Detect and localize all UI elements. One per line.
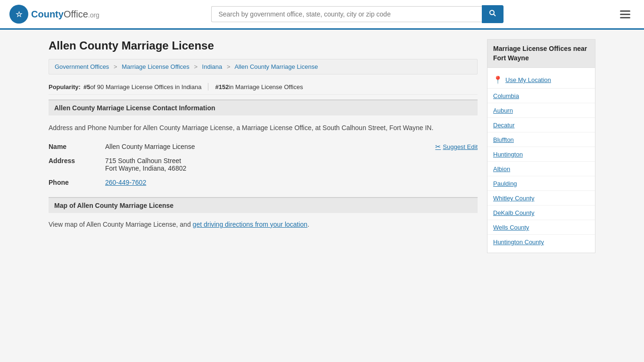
svg-point-2 [490,10,494,15]
sidebar-link-wells-county-anchor[interactable]: Wells County [493,224,529,231]
use-my-location-link[interactable]: Use My Location [505,76,551,83]
page-title: Allen County Marriage License [49,39,478,52]
address-value-cell: 715 South Calhoun Street Fort Wayne, Ind… [105,154,478,175]
sidebar-link-albion: Albion [487,162,595,176]
sidebar-use-location: 📍 Use My Location [487,72,595,89]
map-section-header: Map of Allen County Marriage License [49,197,478,213]
map-description: View map of Allen County Marriage Licens… [49,218,478,235]
contact-details-table: Name Allen County Marriage License ✂ Sug… [49,140,478,189]
map-directions-link[interactable]: get driving directions from your locatio… [193,221,308,228]
popularity-divider [208,83,208,90]
sidebar-link-decatur: Decatur [487,118,595,132]
breadcrumb: Government Offices > Marriage License Of… [49,59,478,74]
content-area: Allen County Marriage License Government… [49,39,478,253]
address-label: Address [49,154,105,175]
suggest-edit-icon: ✂ [435,143,441,150]
breadcrumb-sep-3: > [227,63,231,70]
popularity-label: Popularity: [49,83,81,90]
breadcrumb-sep-2: > [194,63,198,70]
suggest-edit-link[interactable]: ✂ Suggest Edit [435,143,478,150]
suggest-edit-label: Suggest Edit [443,143,478,150]
hamburger-icon [619,8,631,20]
name-row: Name Allen County Marriage License ✂ Sug… [49,140,478,154]
sidebar-link-albion-anchor[interactable]: Albion [493,165,510,173]
main-container: Allen County Marriage License Government… [39,30,605,263]
popularity-rank1-bold: #5 [83,83,90,90]
phone-value-cell: 260-449-7602 [105,175,478,189]
name-with-suggest-edit: Allen County Marriage License ✂ Suggest … [105,143,478,150]
sidebar-link-huntington-anchor[interactable]: Huntington [493,151,523,158]
map-description-end: . [307,221,309,228]
sidebar-links-list: 📍 Use My Location Columbia Auburn Decatu… [487,68,595,253]
breadcrumb-marriage-license-offices[interactable]: Marriage License Offices [122,63,190,70]
sidebar-link-decatur-anchor[interactable]: Decatur [493,122,515,129]
sidebar-link-auburn-anchor[interactable]: Auburn [493,107,513,114]
sidebar-link-dekalb-county-anchor[interactable]: DeKalb County [493,209,534,216]
phone-label: Phone [49,175,105,189]
popularity-rank2-text: in Marriage License Offices [229,83,303,90]
location-pin-icon: 📍 [493,75,503,84]
svg-text:☆: ☆ [16,10,23,18]
address-line1: 715 South Calhoun Street [105,157,478,165]
sidebar-link-auburn: Auburn [487,103,595,118]
sidebar-link-huntington-county: Huntington County [487,235,595,249]
popularity-rank1-text: of 90 Marriage License Offices in Indian… [90,83,201,90]
contact-description: Address and Phone Number for Allen Count… [49,120,478,140]
breadcrumb-indiana[interactable]: Indiana [202,63,223,70]
logo-icon: ☆ [9,5,28,24]
name-value: Allen County Marriage License [105,143,195,150]
sidebar-link-huntington-county-anchor[interactable]: Huntington County [493,239,544,246]
address-line2: Fort Wayne, Indiana, 46802 [105,165,478,172]
name-label: Name [49,140,105,154]
phone-row: Phone 260-449-7602 [49,175,478,189]
hamburger-menu-button[interactable] [616,7,635,22]
search-button[interactable] [482,5,504,23]
search-bar [211,5,504,23]
sidebar-link-columbia-anchor[interactable]: Columbia [493,92,519,99]
sidebar-link-whitley-county: Whitley County [487,191,595,206]
svg-line-3 [494,14,495,16]
phone-link[interactable]: 260-449-7602 [105,179,146,186]
sidebar-link-dekalb-county: DeKalb County [487,206,595,220]
sidebar-link-paulding: Paulding [487,176,595,191]
breadcrumb-sep-1: > [114,63,117,70]
sidebar-link-bluffton-anchor[interactable]: Bluffton [493,136,514,143]
sidebar-link-wells-county: Wells County [487,220,595,235]
sidebar-title: Marriage License Offices near Fort Wayne [487,40,595,68]
sidebar-link-columbia: Columbia [487,89,595,103]
site-header: ☆ CountyOffice.org [0,0,644,30]
sidebar-link-whitley-county-anchor[interactable]: Whitley County [493,195,534,202]
sidebar-link-paulding-anchor[interactable]: Paulding [493,180,517,187]
sidebar: Marriage License Offices near Fort Wayne… [487,39,595,253]
breadcrumb-current[interactable]: Allen County Marriage License [234,63,318,70]
sidebar-link-huntington: Huntington [487,147,595,162]
popularity-bar: Popularity: #5 of 90 Marriage License Of… [49,79,478,95]
contact-section-header: Allen County Marriage License Contact In… [49,99,478,115]
logo-text: CountyOffice.org [31,9,99,20]
logo: ☆ CountyOffice.org [9,5,99,24]
address-row: Address 715 South Calhoun Street Fort Wa… [49,154,478,175]
sidebar-link-bluffton: Bluffton [487,132,595,147]
popularity-rank2-bold: #152 [215,83,229,90]
name-value-cell: Allen County Marriage License ✂ Suggest … [105,140,478,154]
map-description-start: View map of Allen County Marriage Licens… [49,221,193,228]
sidebar-box: Marriage License Offices near Fort Wayne… [487,39,595,253]
breadcrumb-government-offices[interactable]: Government Offices [55,63,109,70]
search-input[interactable] [211,6,482,22]
